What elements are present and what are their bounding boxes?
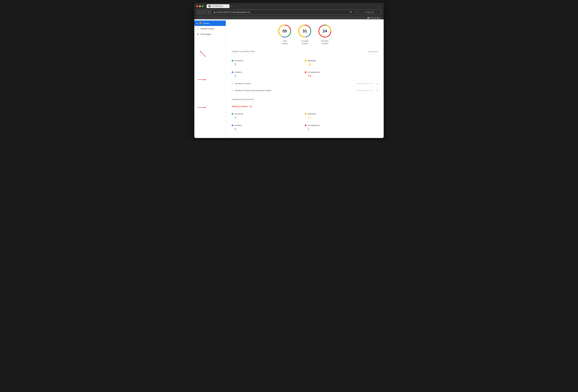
star-icon[interactable]: ☆ — [354, 11, 355, 13]
tab-title: CLI Dashboard — [211, 5, 223, 7]
frames-count-2: 3 — [376, 89, 378, 92]
url-text: localhost:9000/?dir=nationalgeographic-c… — [216, 11, 250, 13]
comparative-insights-section: COMPARATIVE INSIGHTS Affected Cookies : … — [232, 99, 378, 133]
third-party-circle: 24 — [318, 24, 332, 38]
frames-count-1: 3 — [376, 82, 378, 85]
stat-first-party: 31 1st partycookies — [298, 24, 312, 45]
marketing-dot — [305, 60, 306, 62]
sidebar-arrow-icon: ▶ — [197, 23, 198, 24]
comp-uncategorized-dot — [305, 124, 306, 126]
comparative-title: COMPARATIVE INSIGHTS — [232, 99, 254, 101]
first-party-circle: 31 — [298, 24, 312, 38]
comp-marketing-dot — [305, 113, 306, 115]
uncategorized-dot — [305, 71, 306, 73]
tab-view-icon[interactable]: ▭ — [362, 11, 363, 13]
affected-cookies-icon: ○ — [197, 27, 199, 30]
address-bar[interactable]: 🔒 localhost:9000/?dir=nationalgeographic… — [212, 10, 380, 14]
total-count: 55 — [282, 29, 287, 33]
comp-analytics-header: Analytics — [232, 124, 299, 126]
active-tab[interactable]: CLI Dashboard ✕ — [206, 4, 230, 8]
main-content: 55 Total cookies 31 — [226, 19, 384, 138]
bookmarks-label: All Bookmarks — [370, 17, 380, 19]
functional-name: Functional — [235, 60, 243, 62]
frames-label-1: Number of Frames — [235, 82, 355, 85]
comp-marketing-name: Marketing — [308, 113, 316, 115]
sidebar-label-cookies: Cookies — [203, 22, 209, 24]
browser-window: CLI Dashboard ✕ + ⋯ ‹ › ↻ 🔒 localhost:90… — [194, 3, 384, 138]
comp-analytics-dot — [232, 124, 233, 126]
svg-marker-5 — [204, 107, 206, 108]
sidebar-item-affected-cookies[interactable]: ○ Affected Cookies — [194, 26, 226, 31]
analytics-count: 3 — [235, 74, 299, 78]
uncategorized-header: Uncategorized — [305, 71, 378, 73]
frames-dot-1 — [232, 83, 233, 84]
comp-uncategorized-header: Uncategorized — [305, 124, 378, 126]
functional-count: 5 — [235, 63, 299, 66]
browser-navbar: ‹ › ↻ 🔒 localhost:9000/?dir=nationalgeog… — [196, 9, 382, 15]
sidebar-label-technologies: Technologies — [200, 33, 211, 35]
functional-header: Functional — [232, 60, 299, 62]
frames-bar-1 — [357, 83, 374, 84]
extensions-icon[interactable]: ⧉ — [357, 11, 358, 13]
sidebar: ▶ 🍪 Cookies ○ Affected Cookies ⚙ Technol… — [194, 19, 226, 138]
uncategorized-name: Uncategorized — [308, 71, 320, 73]
share-icon[interactable]: ↑ — [359, 11, 360, 13]
classification-marketing: Marketing 28 — [305, 57, 378, 69]
lock-icon: 🔒 — [214, 11, 216, 13]
functional-dot — [232, 60, 233, 62]
marketing-header: Marketing — [305, 60, 378, 62]
sidebar-item-technologies[interactable]: ⚙ Technologies — [194, 31, 226, 37]
classification-header: COOKIE CLASSIFICATION Expand View — [232, 51, 378, 54]
frames-bar-2 — [357, 90, 374, 91]
svg-line-0 — [200, 51, 206, 57]
window-controls: ⋯ — [379, 5, 381, 7]
technologies-icon: ⚙ — [197, 33, 199, 35]
bookmarks-bar: 📁 All Bookmarks — [196, 16, 382, 19]
comp-analytics-name: Analytics — [235, 124, 242, 126]
arrow-decorative-1 — [194, 45, 226, 63]
minimize-button[interactable] — [199, 5, 201, 7]
frames-bar-fill-1 — [357, 83, 367, 84]
total-cookies-circle: 55 — [278, 24, 292, 38]
classification-uncategorized: Uncategorized 19 — [305, 69, 378, 80]
third-party-label: 3rd partycookies — [321, 40, 329, 45]
classification-grid: Functional 5 Marketing 28 — [232, 57, 378, 80]
cookies-icon: 🍪 — [199, 22, 201, 25]
maximize-button[interactable] — [202, 5, 204, 7]
comp-marketing-header: Marketing — [305, 113, 378, 115]
first-party-count: 31 — [302, 29, 307, 33]
comp-uncategorized: Uncategorized 1 — [305, 122, 378, 133]
comparative-header: COMPARATIVE INSIGHTS — [232, 99, 378, 102]
tab-favicon — [208, 5, 211, 7]
first-party-label: 1st partycookies — [301, 40, 308, 45]
more-options-icon[interactable]: ⋮ — [376, 11, 378, 13]
frames-dot-2 — [232, 90, 233, 91]
address-bar-icons: 🔍 ☆ ⧉ ↑ ▭ Incognito (2) ⋮ — [350, 11, 378, 13]
frames-bar-fill-2 — [357, 90, 367, 91]
new-tab-button[interactable]: + — [230, 4, 234, 8]
forward-button[interactable]: › — [203, 10, 206, 14]
incognito-label: Incognito (2) — [365, 11, 375, 13]
back-button[interactable]: ‹ — [198, 10, 201, 14]
tab-close-icon[interactable]: ✕ — [226, 5, 228, 7]
sidebar-item-cookies[interactable]: ▶ 🍪 Cookies — [194, 20, 226, 26]
close-button[interactable] — [196, 5, 198, 7]
comp-uncategorized-count: 1 — [308, 127, 378, 131]
comp-analytics: Analytics 0 — [232, 122, 305, 133]
comparative-grid: Functional 3 Marketing 17 — [232, 111, 378, 133]
analytics-dot — [232, 71, 233, 73]
third-party-count: 24 — [323, 29, 327, 33]
comp-analytics-count: 0 — [235, 127, 299, 131]
expand-view-button[interactable]: Expand View — [368, 51, 378, 53]
tab-bar: CLI Dashboard ✕ + — [206, 4, 378, 8]
stat-total-cookies: 55 Total cookies — [278, 24, 292, 45]
comp-functional-dot — [232, 113, 233, 115]
classification-title: COOKIE CLASSIFICATION — [232, 51, 255, 53]
traffic-lights — [196, 5, 204, 7]
arrow-decorative-2 — [194, 75, 226, 85]
zoom-icon: 🔍 — [350, 11, 352, 13]
classification-analytics: Analytics 3 — [232, 69, 305, 80]
refresh-button[interactable]: ↻ — [207, 10, 211, 14]
arrow-decorative-3 — [194, 102, 226, 113]
comp-functional-name: Functional — [235, 113, 243, 115]
